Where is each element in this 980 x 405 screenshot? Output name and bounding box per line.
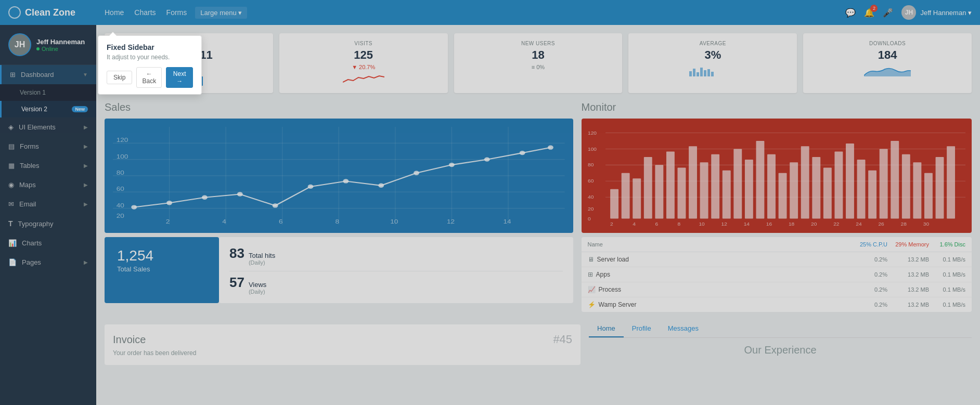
chat-icon[interactable]: 💬: [845, 8, 856, 18]
tab-messages[interactable]: Messages: [660, 320, 707, 337]
monitor-col-disc: 1.6% Disc: [929, 241, 965, 247]
sidebar-item-version1[interactable]: Version 1: [0, 84, 96, 101]
invoice-title: Invoice: [113, 334, 146, 346]
svg-text:4: 4: [222, 218, 226, 225]
sidebar-avatar: JH: [8, 33, 31, 56]
sidebar-item-email[interactable]: ✉ Email ▶: [0, 194, 96, 214]
sales-bottom: 1,254 Total Sales 83 Total hits (Daily) …: [105, 237, 573, 303]
ui-elements-arrow: ▶: [84, 124, 88, 130]
stats-row: SALES $951,611 ▲ 13.5% VISITS 125 ▼ 20.7…: [105, 33, 972, 93]
stat-new-users-change: ≡ 0%: [462, 64, 614, 70]
email-arrow: ▶: [84, 201, 88, 207]
svg-point-38: [343, 179, 349, 183]
svg-rect-2: [697, 72, 699, 76]
avatar-initials: JH: [905, 9, 913, 16]
svg-text:2: 2: [610, 221, 613, 226]
monitor-section: Monitor 120 100 80 60 40 20 0: [582, 101, 972, 312]
forms-icon: ▤: [8, 142, 15, 150]
stat-average-value: 3%: [637, 48, 789, 62]
large-menu-button[interactable]: Large menu ▾: [195, 7, 247, 19]
nav-home[interactable]: Home: [105, 8, 124, 17]
content-row-bottom: Invoice #45 Your order has been delivere…: [105, 320, 972, 365]
content-row-main: Sales 120: [105, 101, 972, 312]
svg-text:100: 100: [117, 153, 128, 160]
sidebar-item-charts[interactable]: 📊 Charts: [0, 233, 96, 253]
svg-rect-85: [924, 173, 933, 219]
navbar-right: 💬 🔔 2 🎤 JH Jeff Hanneman ▾: [845, 5, 972, 20]
svg-rect-67: [722, 171, 730, 219]
svg-rect-72: [778, 173, 786, 219]
svg-point-33: [166, 201, 172, 205]
monitor-table: Name 25% C.P.U 29% Memory 1.6% Disc 🖥 Se…: [582, 237, 972, 312]
sidebar-item-version2[interactable]: Version 2 New: [0, 101, 96, 117]
sidebar-item-ui-elements[interactable]: ◈ UI Elements ▶: [0, 117, 96, 137]
svg-text:20: 20: [588, 206, 594, 211]
popover-skip-button[interactable]: Skip: [107, 71, 132, 84]
svg-text:120: 120: [117, 137, 128, 143]
apps-icon: ⊞: [588, 271, 593, 278]
monitor-bar-svg: 120 100 80 60 40 20 0: [588, 125, 965, 227]
navbar-user-name: Jeff Hanneman ▾: [920, 9, 972, 17]
monitor-row-serverload: 🖥 Server load 0.2% 13.2 MB 0.1 MB/s: [582, 252, 972, 267]
stat-new-users-value: 18: [462, 48, 614, 62]
sales-line-svg: 120 100 80 60 40 20 2 4 6 8 10 12 14: [113, 127, 565, 225]
svg-rect-63: [677, 168, 686, 219]
monitor-row-process: 📈 Process 0.2% 13.2 MB 0.1 MB/s: [582, 282, 972, 297]
sidebar-item-pages[interactable]: 📄 Pages ▶: [0, 253, 96, 272]
stat-visits-value: 125: [288, 48, 440, 62]
sidebar-item-forms[interactable]: ▤ Forms ▶: [0, 137, 96, 156]
svg-point-43: [520, 151, 525, 155]
monitor-title: Monitor: [582, 101, 972, 113]
svg-rect-3: [700, 68, 703, 76]
svg-text:26: 26: [878, 221, 884, 226]
svg-rect-83: [901, 154, 910, 219]
svg-text:6: 6: [655, 221, 658, 226]
chat-icon-glyph: 💬: [845, 8, 856, 17]
tab-home[interactable]: Home: [589, 320, 624, 337]
typography-icon: T: [8, 219, 13, 228]
svg-text:6: 6: [279, 218, 283, 225]
svg-rect-58: [621, 173, 629, 219]
total-hits-row: 83 Total hits (Daily): [229, 245, 563, 266]
profile-tabs: Home Profile Messages: [589, 320, 972, 338]
popover-next-button[interactable]: Next →: [166, 67, 193, 88]
svg-rect-84: [913, 162, 921, 218]
dashboard-sub-menu: Version 1 Version 2 New: [0, 84, 96, 117]
pages-arrow: ▶: [84, 259, 88, 265]
svg-rect-74: [801, 146, 809, 218]
bell-icon[interactable]: 🔔 2: [864, 8, 874, 18]
sidebar-item-dashboard[interactable]: ⊞ Dashboard ▼: [0, 65, 96, 84]
main-content: SALES $951,611 ▲ 13.5% VISITS 125 ▼ 20.7…: [96, 25, 980, 405]
svg-text:80: 80: [588, 162, 594, 167]
nav-charts[interactable]: Charts: [134, 8, 156, 17]
svg-text:8: 8: [335, 218, 339, 225]
svg-text:20: 20: [811, 221, 817, 226]
total-sales-box: 1,254 Total Sales: [105, 237, 219, 303]
dashboard-arrow: ▼: [83, 72, 88, 77]
svg-text:20: 20: [117, 213, 124, 219]
stat-downloads-value: 184: [811, 48, 963, 62]
sidebar-item-maps[interactable]: ◉ Maps ▶: [0, 175, 96, 194]
monitor-chart: 120 100 80 60 40 20 0: [582, 119, 972, 233]
tab-profile[interactable]: Profile: [624, 320, 660, 337]
invoice-number: #45: [553, 333, 572, 346]
mic-icon[interactable]: 🎤: [883, 8, 893, 18]
sidebar-item-typography[interactable]: T Typography: [0, 214, 96, 233]
svg-text:12: 12: [447, 218, 455, 225]
sidebar: JH Jeff Hanneman Online ⊞ Dashboard ▼ Ve…: [0, 25, 96, 405]
stat-new-users-label: NEW USERS: [462, 41, 614, 46]
stat-new-users: NEW USERS 18 ≡ 0%: [454, 33, 623, 93]
visits-line-chart: [343, 74, 384, 85]
sales-title: Sales: [105, 101, 573, 113]
nav-forms[interactable]: Forms: [166, 8, 187, 17]
popover-back-button[interactable]: ← Back: [136, 67, 162, 88]
sidebar-item-tables[interactable]: ▦ Tables ▶: [0, 156, 96, 175]
svg-rect-6: [711, 72, 714, 76]
main-nav: Home Charts Forms: [105, 8, 187, 17]
popover: Fixed Sidebar It adjust to your needs. S…: [98, 35, 202, 95]
svg-rect-75: [812, 157, 820, 219]
user-menu[interactable]: JH Jeff Hanneman ▾: [901, 5, 972, 20]
svg-text:4: 4: [633, 221, 636, 226]
svg-point-41: [449, 163, 455, 167]
tables-icon: ▦: [8, 162, 15, 169]
